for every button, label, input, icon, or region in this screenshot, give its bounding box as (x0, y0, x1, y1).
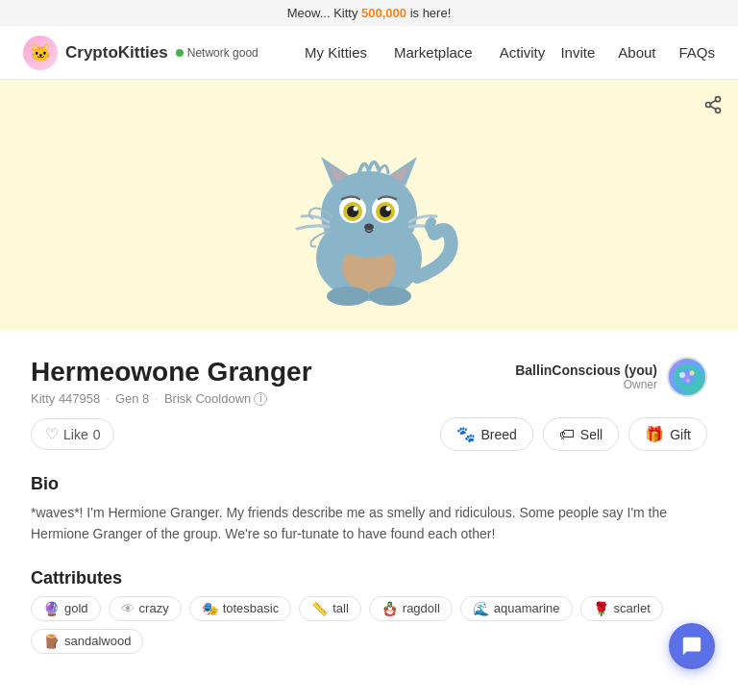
svg-point-25 (690, 371, 695, 376)
cattributes-grid: 🔮gold👁crazy🎭totesbasic📏tall🪆ragdoll🌊aqua… (31, 596, 707, 654)
list-item: 🌊aquamarine (460, 596, 573, 621)
list-item: 🪆ragdoll (369, 596, 453, 621)
cattribute-label: aquamarine (494, 601, 560, 615)
svg-point-26 (686, 379, 690, 383)
sell-icon: 🏷 (559, 426, 575, 443)
cattribute-icon: 🪆 (381, 601, 398, 616)
banner-text-after: is here! (406, 6, 451, 20)
svg-point-18 (354, 207, 358, 212)
list-item: 🎭totesbasic (189, 596, 292, 621)
svg-point-7 (321, 171, 417, 258)
banner-highlight: 500,000 (361, 6, 406, 20)
like-count: 0 (93, 427, 101, 442)
owner-name: BallinConscious (you) (515, 362, 657, 378)
kitty-illustration (263, 99, 475, 311)
svg-point-21 (327, 287, 369, 306)
list-item: 🔮gold (31, 596, 101, 621)
sell-button[interactable]: 🏷 Sell (543, 417, 619, 451)
nav-my-kitties[interactable]: My Kitties (305, 44, 367, 61)
actions-row: ♡ Like 0 🐾 Breed 🏷 Sell 🎁 Gift (31, 417, 707, 451)
nav-activity[interactable]: Activity (500, 44, 546, 61)
cattributes-section: Cattributes 🔮gold👁crazy🎭totesbasic📏tall🪆… (31, 568, 707, 654)
navbar: 🐱 CryptoKitties Network good My Kitties … (0, 26, 738, 80)
list-item: 👁crazy (109, 596, 182, 621)
svg-point-23 (675, 364, 700, 389)
logo-area: 🐱 CryptoKitties Network good (23, 36, 258, 70)
cattribute-label: scarlet (614, 601, 651, 615)
gift-button[interactable]: 🎁 Gift (628, 417, 707, 451)
svg-line-3 (710, 106, 716, 109)
svg-point-19 (386, 207, 391, 212)
bio-text: *waves*! I'm Hermione Granger. My friend… (31, 502, 707, 545)
cattribute-icon: 🎭 (202, 601, 218, 616)
bio-title: Bio (31, 474, 707, 494)
network-status: Network good (176, 46, 258, 60)
nav-marketplace[interactable]: Marketplace (394, 44, 473, 61)
nav-about[interactable]: About (618, 44, 655, 61)
owner-area: BallinConscious (you) Owner (515, 357, 707, 397)
owner-label: Owner (515, 378, 657, 391)
cattribute-label: sandalwood (64, 634, 131, 648)
cattribute-icon: 👁 (121, 601, 135, 616)
banner-text-before: Meow... Kitty (287, 6, 361, 20)
cattribute-label: gold (64, 601, 88, 615)
cattribute-label: crazy (139, 601, 169, 615)
owner-info: BallinConscious (you) Owner (515, 362, 657, 391)
breed-button[interactable]: 🐾 Breed (440, 417, 533, 451)
kitty-id: Kitty 447958 (31, 391, 100, 406)
hero-section (0, 80, 738, 330)
cattribute-icon: 🌊 (473, 601, 489, 616)
svg-point-24 (679, 372, 685, 378)
kitty-name: Hermeowone Granger (31, 357, 312, 388)
nav-invite[interactable]: Invite (560, 44, 595, 61)
bio-section: Bio *waves*! I'm Hermione Granger. My fr… (31, 474, 707, 545)
like-button[interactable]: ♡ Like 0 (31, 418, 114, 450)
separator-dot: · (106, 391, 110, 406)
cattribute-icon: 📏 (311, 601, 328, 616)
network-label: Network good (187, 46, 258, 60)
svg-line-4 (710, 100, 716, 103)
nav-center: My Kitties Marketplace Activity (289, 44, 561, 61)
breed-label: Breed (481, 427, 517, 442)
kitty-gen: Gen 8 (115, 391, 149, 406)
svg-point-20 (364, 224, 374, 231)
cattribute-label: tall (332, 601, 349, 615)
cattribute-label: ragdoll (403, 601, 440, 615)
like-label: Like (63, 427, 88, 442)
list-item: 📏tall (299, 596, 361, 621)
list-item: 🌹scarlet (580, 596, 663, 621)
cattributes-title: Cattributes (31, 568, 707, 588)
svg-point-22 (369, 287, 411, 306)
top-banner: Meow... Kitty 500,000 is here! (0, 0, 738, 26)
gift-label: Gift (670, 427, 691, 442)
main-content: Hermeowone Granger Kitty 447958 · Gen 8 … (0, 330, 738, 681)
cattribute-label: totesbasic (223, 601, 280, 615)
list-item: 🪵sandalwood (31, 629, 143, 654)
info-icon: i (254, 392, 267, 406)
logo-icon: 🐱 (23, 36, 58, 70)
breed-icon: 🐾 (456, 425, 476, 443)
kitty-info: Hermeowone Granger Kitty 447958 · Gen 8 … (31, 357, 312, 406)
logo-text: CryptoKitties (65, 43, 168, 62)
nav-right: Invite About FAQs (560, 44, 715, 61)
cattribute-icon: 🪵 (43, 634, 60, 649)
cattribute-icon: 🌹 (593, 601, 609, 616)
sell-label: Sell (580, 427, 603, 442)
chat-button[interactable] (669, 623, 715, 669)
action-buttons: 🐾 Breed 🏷 Sell 🎁 Gift (440, 417, 708, 451)
nav-faqs[interactable]: FAQs (678, 44, 715, 61)
kitty-meta: Kitty 447958 · Gen 8 · Brisk Cooldown i (31, 391, 312, 406)
gift-icon: 🎁 (645, 425, 664, 443)
network-dot (176, 49, 184, 57)
kitty-header: Hermeowone Granger Kitty 447958 · Gen 8 … (31, 357, 707, 406)
owner-avatar (667, 357, 707, 397)
cooldown-label: Brisk Cooldown (164, 391, 251, 406)
separator-dot-2: · (155, 391, 159, 406)
heart-icon: ♡ (45, 425, 59, 443)
cattribute-icon: 🔮 (43, 601, 60, 616)
kitty-cooldown: Brisk Cooldown i (164, 391, 267, 406)
share-button[interactable] (703, 95, 723, 119)
